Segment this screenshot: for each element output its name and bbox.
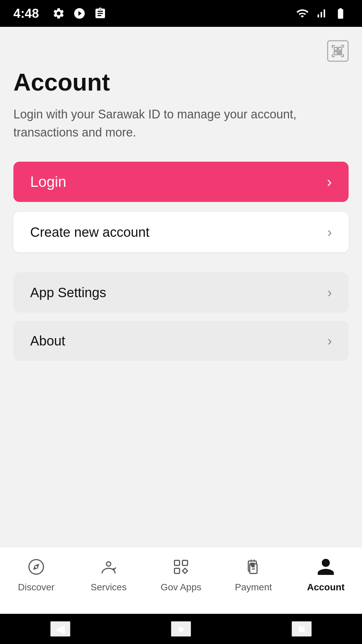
about-button[interactable]: About › bbox=[13, 321, 349, 361]
top-action-bar bbox=[13, 40, 349, 62]
svg-rect-12 bbox=[182, 560, 187, 566]
page-title: Account bbox=[13, 68, 349, 96]
svg-rect-2 bbox=[334, 52, 337, 55]
settings-icon bbox=[52, 7, 65, 20]
signal-icon bbox=[315, 7, 327, 20]
wifi-icon bbox=[295, 7, 310, 20]
nav-item-govapps[interactable]: Gov Apps bbox=[145, 555, 217, 593]
about-label: About bbox=[30, 333, 65, 348]
bottom-nav: Discover Services Gov Apps bbox=[0, 547, 362, 614]
login-button-label: Login bbox=[30, 173, 66, 190]
play-icon bbox=[73, 7, 86, 20]
main-content: Account Login with your Sarawak ID to ma… bbox=[0, 27, 362, 547]
back-button[interactable]: ◀ bbox=[50, 621, 70, 637]
svg-rect-4 bbox=[340, 52, 342, 53]
discover-label: Discover bbox=[18, 582, 55, 593]
status-bar: 4:48 bbox=[0, 0, 362, 27]
nav-item-services[interactable]: Services bbox=[72, 555, 145, 593]
nav-item-discover[interactable]: Discover bbox=[0, 555, 72, 593]
app-settings-arrow-icon: › bbox=[327, 285, 332, 300]
svg-rect-5 bbox=[339, 53, 340, 55]
android-nav: ◀ ● ■ bbox=[0, 614, 362, 644]
govapps-icon bbox=[169, 555, 193, 579]
status-right-icons bbox=[295, 7, 349, 20]
svg-marker-14 bbox=[182, 568, 187, 573]
nav-item-payment[interactable]: Payment bbox=[217, 555, 290, 593]
svg-rect-11 bbox=[175, 560, 180, 566]
payment-label: Payment bbox=[235, 582, 272, 593]
services-icon bbox=[97, 555, 120, 579]
create-account-arrow-icon: › bbox=[327, 225, 332, 240]
app-settings-button[interactable]: App Settings › bbox=[13, 272, 349, 313]
create-account-button[interactable]: Create new account › bbox=[13, 212, 349, 252]
home-button[interactable]: ● bbox=[171, 621, 191, 637]
discover-icon bbox=[24, 555, 48, 579]
account-nav-label: Account bbox=[307, 582, 345, 593]
login-arrow-icon: › bbox=[327, 173, 332, 190]
about-arrow-icon: › bbox=[327, 333, 332, 348]
services-label: Services bbox=[90, 582, 126, 593]
status-time: 4:48 bbox=[13, 6, 39, 21]
svg-rect-3 bbox=[339, 52, 340, 53]
qr-scanner-icon[interactable] bbox=[327, 40, 349, 62]
account-icon bbox=[314, 555, 338, 579]
nav-item-account[interactable]: Account bbox=[290, 555, 362, 593]
login-button[interactable]: Login › bbox=[13, 162, 349, 202]
svg-point-9 bbox=[35, 566, 38, 568]
clipboard-icon bbox=[94, 7, 107, 20]
battery-icon bbox=[333, 7, 349, 20]
svg-rect-0 bbox=[334, 47, 337, 50]
svg-rect-13 bbox=[175, 568, 180, 573]
svg-rect-6 bbox=[340, 53, 342, 55]
settings-section: App Settings › About › bbox=[13, 272, 349, 361]
recents-button[interactable]: ■ bbox=[292, 621, 312, 637]
page-subtitle: Login with your Sarawak ID to manage you… bbox=[13, 105, 349, 142]
payment-icon bbox=[242, 555, 265, 579]
app-settings-label: App Settings bbox=[30, 285, 106, 300]
govapps-label: Gov Apps bbox=[161, 582, 201, 593]
create-account-label: Create new account bbox=[30, 225, 149, 240]
svg-point-10 bbox=[107, 562, 111, 566]
svg-rect-1 bbox=[339, 47, 342, 50]
